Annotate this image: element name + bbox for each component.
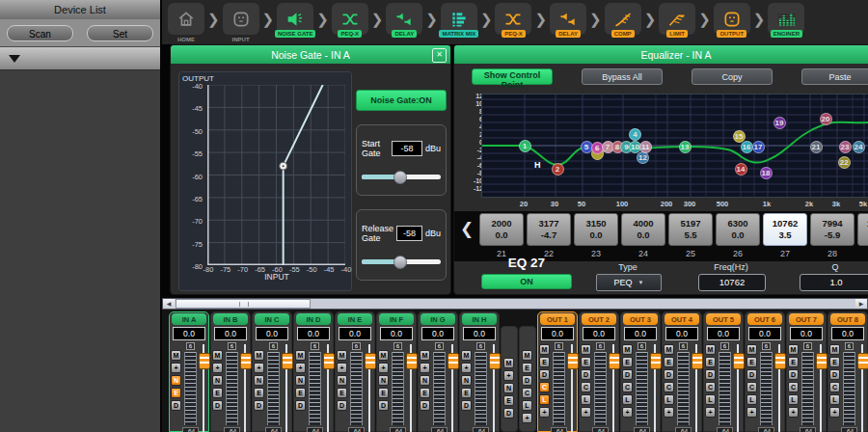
channel-button-N[interactable]: N xyxy=(420,375,430,386)
eq-band-25[interactable]: 51975.525 xyxy=(668,213,713,258)
eq-point-18[interactable]: 18 xyxy=(760,167,773,179)
channel-value-display[interactable]: 0.0 xyxy=(463,327,496,340)
toolbar-item-matrix-mix[interactable]: MATRIX MIX xyxy=(439,3,479,38)
fader-thumb[interactable] xyxy=(650,353,662,369)
noise-gate-on-button[interactable]: Noise Gate:ON xyxy=(356,90,447,111)
channel-button-M[interactable]: M xyxy=(788,344,799,355)
channel-button-N[interactable]: N xyxy=(503,383,514,393)
channel-button-M[interactable]: M xyxy=(522,350,532,361)
fader-thumb[interactable] xyxy=(774,353,786,369)
channel-button-+[interactable]: + xyxy=(539,407,550,418)
channel-button-+[interactable]: + xyxy=(581,407,591,418)
channel-button-C[interactable]: C xyxy=(829,382,840,392)
channel-button-M[interactable]: M xyxy=(829,344,840,355)
channel-button-M[interactable]: M xyxy=(295,350,306,361)
channel-value-display[interactable]: 0.0 xyxy=(831,327,864,340)
channel-button-+[interactable]: + xyxy=(212,363,223,373)
fader-thumb[interactable] xyxy=(365,353,376,369)
fader-thumb[interactable] xyxy=(489,353,501,369)
eq-q-field[interactable]: 1.0 xyxy=(800,274,868,291)
channel-button-M[interactable]: M xyxy=(581,344,591,355)
channel-button-N[interactable]: N xyxy=(171,375,181,386)
channel-button-D[interactable]: D xyxy=(337,400,347,411)
show-control-point-button[interactable]: Show Control Point xyxy=(472,68,553,85)
channel-button-+[interactable]: + xyxy=(420,363,430,373)
channel-button-C[interactable]: C xyxy=(581,382,591,392)
eq-point-14[interactable]: 14 xyxy=(735,163,747,176)
channel-button-D[interactable]: D xyxy=(705,369,716,380)
scroll-left-icon[interactable]: ◀ xyxy=(163,299,175,309)
channel-button-M[interactable]: M xyxy=(378,350,389,361)
eq-type-dropdown[interactable]: PEQ ▼ xyxy=(596,274,662,291)
channel-button-E[interactable]: E xyxy=(705,357,716,367)
eq-point-1[interactable]: 1 xyxy=(519,140,531,152)
release-gate-slider-thumb[interactable] xyxy=(393,256,407,269)
channel-button-M[interactable]: M xyxy=(503,358,514,368)
channel-button-E[interactable]: E xyxy=(378,388,389,398)
channel-button-+[interactable]: + xyxy=(829,407,840,418)
channel-button-L[interactable]: L xyxy=(539,394,550,405)
bypass-all-button[interactable]: Bypass All xyxy=(582,68,663,85)
eq-band-27[interactable]: 107623.527 xyxy=(763,213,807,258)
toolbar-item-delay[interactable]: DELAY xyxy=(548,3,588,38)
set-button[interactable]: Set xyxy=(87,25,153,41)
copy-button[interactable]: Copy xyxy=(692,68,773,85)
eq-point-16[interactable]: 16 xyxy=(741,141,753,153)
channel-button-+[interactable]: + xyxy=(664,407,674,418)
channel-button-L[interactable]: L xyxy=(705,394,716,405)
channel-button-+[interactable]: + xyxy=(337,363,347,373)
channel-value-display[interactable]: 0.0 xyxy=(421,327,454,340)
channel-tab[interactable]: OUT 8 xyxy=(830,313,865,325)
scroll-right-icon[interactable]: ▶ xyxy=(855,299,867,309)
channel-button-+[interactable]: + xyxy=(378,363,389,373)
channel-button-+[interactable]: + xyxy=(746,407,757,418)
channel-button-N[interactable]: N xyxy=(378,375,389,386)
channel-button-M[interactable]: M xyxy=(337,350,347,361)
channel-button-+[interactable]: + xyxy=(461,363,472,373)
channel-button-E[interactable]: E xyxy=(212,388,223,398)
channel-button-D[interactable]: D xyxy=(664,369,674,380)
channel-button-C[interactable]: C xyxy=(539,382,550,392)
eq-band-21[interactable]: 20000.021 xyxy=(479,213,524,258)
channel-button-E[interactable]: E xyxy=(539,357,550,367)
scan-button[interactable]: Scan xyxy=(7,25,73,41)
channel-button-E[interactable]: E xyxy=(581,357,591,367)
channel-button-E[interactable]: E xyxy=(788,357,799,367)
channel-button-D[interactable]: D xyxy=(378,400,389,411)
channel-button-N[interactable]: N xyxy=(212,375,223,386)
channel-value-display[interactable]: 0.0 xyxy=(583,327,615,340)
channel-button-+[interactable]: + xyxy=(171,363,181,373)
toolbar-item-limit[interactable]: LIMIT xyxy=(657,3,697,38)
channel-tab[interactable]: IN F xyxy=(379,313,414,325)
channel-value-display[interactable]: 0.0 xyxy=(624,327,657,340)
channel-button-D[interactable]: D xyxy=(295,400,306,411)
channel-button-E[interactable]: E xyxy=(337,388,347,398)
channel-tab[interactable]: OUT 2 xyxy=(582,313,616,325)
fader-thumb[interactable] xyxy=(448,353,459,369)
channel-button-D[interactable]: D xyxy=(254,400,264,411)
channel-button-E[interactable]: E xyxy=(254,388,264,398)
toolbar-item-home[interactable]: HOME xyxy=(166,3,206,43)
toolbar-item-noise-gate[interactable]: NOISE GATE xyxy=(275,3,315,38)
channel-button-M[interactable]: M xyxy=(746,344,757,355)
channel-value-display[interactable]: 0.0 xyxy=(173,327,205,340)
channel-value-display[interactable]: 0.0 xyxy=(665,327,698,340)
fader-thumb[interactable] xyxy=(609,353,620,369)
eq-point-19[interactable]: 19 xyxy=(773,117,786,129)
scrollbar-thumb[interactable] xyxy=(176,299,311,309)
eq-band-26[interactable]: 63000.026 xyxy=(716,213,760,258)
fader-thumb[interactable] xyxy=(406,353,418,369)
channel-button-+[interactable]: + xyxy=(522,413,532,423)
eq-point-23[interactable]: 23 xyxy=(839,141,852,153)
channel-tab[interactable]: IN B xyxy=(213,313,248,325)
eq-band-22[interactable]: 3177-4.722 xyxy=(527,213,571,258)
channel-button-E[interactable]: E xyxy=(746,357,757,367)
eq-band-23[interactable]: 31500.023 xyxy=(574,213,618,258)
start-gate-value-field[interactable]: -58 xyxy=(392,141,422,156)
paste-button[interactable]: Paste xyxy=(801,68,868,85)
eq-point-4[interactable]: 4 xyxy=(629,128,641,141)
channel-button-D[interactable]: D xyxy=(622,369,633,380)
toolbar-item-output[interactable]: OUTPUT xyxy=(712,3,752,38)
channel-button-E[interactable]: E xyxy=(622,357,633,367)
channel-button-C[interactable]: C xyxy=(705,382,716,392)
